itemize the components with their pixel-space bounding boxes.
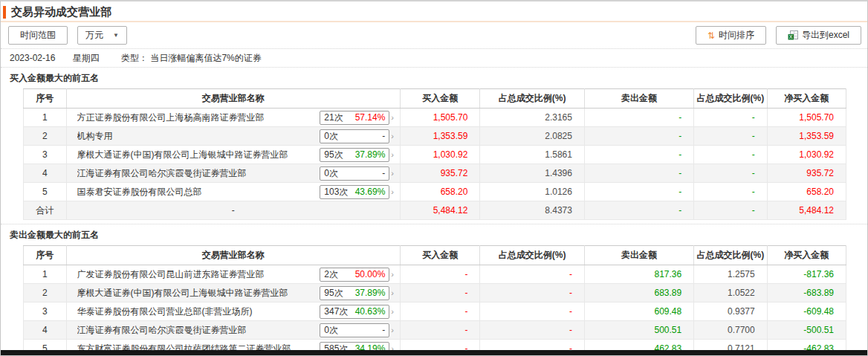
sell-section: 卖出金额最大的前五名 序号交易营业部名称买入金额占总成交比例(%)卖出金额占总成… bbox=[1, 224, 867, 356]
unit-dropdown-value: 万元 bbox=[85, 29, 103, 42]
dept-name-cell: 方正证券股份有限公司上海杨高南路证券营业部21次57.14%› bbox=[66, 109, 400, 127]
column-header: 占总成交比例(%) bbox=[694, 89, 768, 109]
rank-cell: 4 bbox=[24, 164, 67, 183]
export-excel-label: 导出到excel bbox=[802, 29, 849, 42]
buy-amount-cell: 658.20 bbox=[401, 183, 480, 201]
count-badge[interactable]: 95次37.89%› bbox=[320, 286, 394, 300]
svg-text:X: X bbox=[789, 34, 793, 39]
net-buy-cell: -500.51 bbox=[767, 321, 846, 340]
dept-name-text: 国泰君安证券股份有限公司总部 bbox=[77, 186, 202, 198]
chevron-right-icon: › bbox=[391, 187, 394, 196]
count-badge[interactable]: 21次57.14%› bbox=[320, 111, 394, 125]
net-buy-cell: 1,353.59 bbox=[767, 127, 846, 146]
badge-percent: - bbox=[382, 168, 385, 179]
table-header-row: 序号交易营业部名称买入金额占总成交比例(%)卖出金额占总成交比例(%)净买入金额 bbox=[24, 89, 846, 109]
count-badge[interactable]: 103次43.69%› bbox=[320, 185, 394, 199]
buy-amount-cell: 5,484.12 bbox=[401, 201, 480, 220]
badge-count: 2次 bbox=[324, 269, 338, 280]
badge-count: 0次 bbox=[324, 168, 338, 179]
table-row: 3摩根大通证券(中国)有限公司上海银城中路证券营业部95次37.89%›1,03… bbox=[24, 146, 846, 164]
badge-count: 95次 bbox=[324, 288, 343, 299]
column-header: 占总成交比例(%) bbox=[480, 89, 585, 109]
dept-name-text: 华泰证券股份有限公司营业总部(非营业场所) bbox=[77, 305, 253, 318]
sell-amount-cell: 683.89 bbox=[584, 284, 693, 302]
sell-table: 序号交易营业部名称买入金额占总成交比例(%)卖出金额占总成交比例(%)净买入金额… bbox=[23, 245, 846, 356]
rank-cell: 1 bbox=[24, 109, 67, 127]
rank-cell: 2 bbox=[24, 127, 67, 146]
column-header: 占总成交比例(%) bbox=[694, 246, 768, 265]
type-label: 类型： bbox=[121, 53, 148, 63]
badge-percent: 57.14% bbox=[355, 112, 386, 123]
net-buy-cell: -609.48 bbox=[767, 302, 846, 321]
column-header: 卖出金额 bbox=[584, 89, 693, 109]
badge-count: 103次 bbox=[324, 187, 348, 198]
export-excel-button[interactable]: X 导出到excel bbox=[776, 26, 861, 45]
dept-name-text: 方正证券股份有限公司上海杨高南路证券营业部 bbox=[77, 111, 265, 124]
time-sort-button[interactable]: ⇅ 时间排序 bbox=[696, 26, 766, 45]
chevron-right-icon: › bbox=[391, 132, 394, 140]
buy-amount-cell: - bbox=[401, 302, 480, 321]
buy-ratio-cell: 1.0126 bbox=[480, 183, 585, 201]
column-header: 买入金额 bbox=[401, 89, 480, 109]
sell-ratio-cell: - bbox=[694, 146, 768, 164]
table-row: 5国泰君安证券股份有限公司总部103次43.69%›658.201.0126--… bbox=[24, 183, 846, 201]
dept-name-cell: 华泰证券股份有限公司营业总部(非营业场所)347次40.63%› bbox=[66, 302, 400, 321]
sell-section-title: 卖出金额最大的前五名 bbox=[1, 224, 867, 245]
column-header: 买入金额 bbox=[401, 246, 480, 265]
sell-amount-cell: - bbox=[584, 109, 693, 127]
column-header: 卖出金额 bbox=[584, 246, 693, 265]
type-value: 当日涨幅偏离值达7%的证券 bbox=[150, 53, 261, 63]
time-range-button[interactable]: 时间范围 bbox=[8, 26, 68, 45]
chevron-right-icon: › bbox=[391, 326, 394, 334]
count-badge[interactable]: 95次37.89%› bbox=[320, 148, 394, 162]
rank-cell: 4 bbox=[24, 321, 67, 340]
date-text: 2023-02-16 bbox=[10, 53, 55, 63]
dept-name-cell: 江海证券有限公司哈尔滨霞曼街证券营业部0次-› bbox=[66, 321, 400, 340]
dept-name-cell: 江海证券有限公司哈尔滨霞曼街证券营业部0次-› bbox=[66, 164, 400, 183]
bottom-bar bbox=[1, 350, 867, 355]
dept-name-cell: 摩根大通证券(中国)有限公司上海银城中路证券营业部95次37.89%› bbox=[66, 284, 400, 302]
page-title-row: 交易异动成交营业部 bbox=[1, 1, 867, 22]
count-badge[interactable]: 2次50.00%› bbox=[320, 268, 394, 282]
time-sort-label: 时间排序 bbox=[719, 29, 754, 42]
table-header-row: 序号交易营业部名称买入金额占总成交比例(%)卖出金额占总成交比例(%)净买入金额 bbox=[24, 246, 846, 265]
sell-ratio-cell: 0.9377 bbox=[694, 302, 768, 321]
net-buy-cell: 1,505.70 bbox=[767, 109, 846, 127]
badge-percent: - bbox=[382, 131, 385, 142]
column-header: 净买入金额 bbox=[767, 246, 846, 265]
unit-dropdown[interactable]: 万元 ▼ bbox=[77, 26, 127, 45]
dept-name-cell: - bbox=[66, 201, 400, 220]
count-badge[interactable]: 0次-› bbox=[320, 166, 394, 181]
badge-count: 21次 bbox=[324, 112, 343, 123]
column-header: 净买入金额 bbox=[767, 89, 846, 109]
badge-percent: - bbox=[382, 325, 385, 336]
buy-amount-cell: 935.72 bbox=[401, 164, 480, 183]
net-buy-cell: 5,484.12 bbox=[767, 201, 846, 220]
excel-icon: X bbox=[788, 30, 798, 40]
rank-cell: 3 bbox=[24, 146, 67, 164]
sell-amount-cell: 500.51 bbox=[584, 321, 693, 340]
sell-amount-cell: - bbox=[584, 146, 693, 164]
caret-down-icon: ▼ bbox=[113, 33, 119, 39]
badge-count: 95次 bbox=[324, 149, 343, 161]
count-badge[interactable]: 0次-› bbox=[320, 323, 394, 337]
buy-ratio-cell: - bbox=[480, 265, 585, 284]
sort-arrows-icon: ⇅ bbox=[707, 31, 715, 40]
rank-cell: 3 bbox=[24, 302, 67, 321]
badge-count: 0次 bbox=[324, 131, 338, 142]
buy-amount-cell: - bbox=[401, 321, 480, 340]
table-row: 3华泰证券股份有限公司营业总部(非营业场所)347次40.63%›--609.4… bbox=[24, 302, 846, 321]
buy-amount-cell: 1,353.59 bbox=[401, 127, 480, 146]
sell-ratio-cell: - bbox=[694, 201, 768, 220]
count-badge[interactable]: 347次40.63%› bbox=[320, 305, 394, 319]
total-row: 合计-5,484.128.4373--5,484.12 bbox=[24, 201, 846, 220]
count-badge[interactable]: 0次-› bbox=[320, 129, 394, 143]
column-header: 交易营业部名称 bbox=[66, 89, 400, 109]
badge-percent: 43.69% bbox=[355, 187, 386, 198]
rank-cell: 1 bbox=[24, 265, 67, 284]
table-row: 2摩根大通证券(中国)有限公司上海银城中路证券营业部95次37.89%›--68… bbox=[24, 284, 846, 302]
badge-count: 0次 bbox=[324, 325, 338, 336]
chevron-right-icon: › bbox=[391, 169, 394, 178]
toolbar: 时间范围 万元 ▼ ⇅ 时间排序 X 导出到excel bbox=[1, 22, 867, 49]
sell-amount-cell: - bbox=[584, 164, 693, 183]
